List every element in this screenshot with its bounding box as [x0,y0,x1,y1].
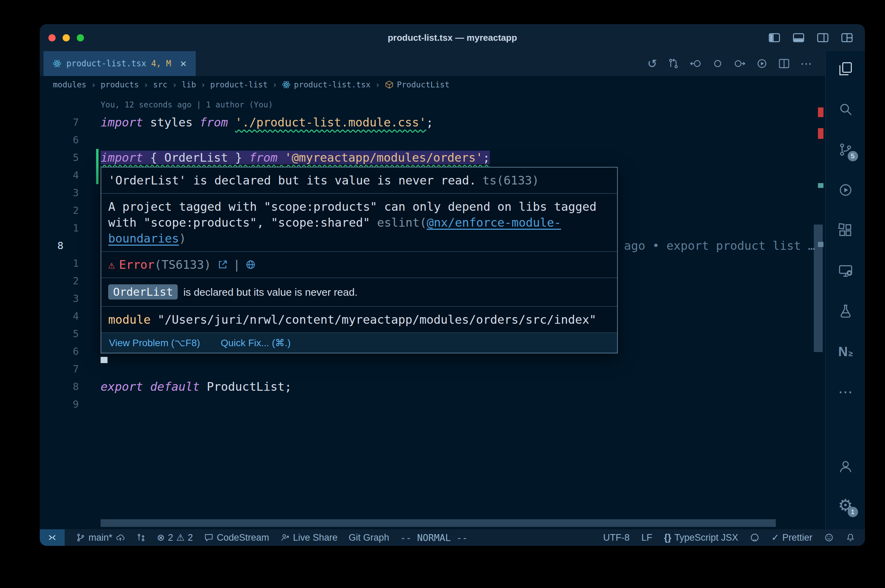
quick-fix-link[interactable]: Quick Fix... (⌘.) [221,337,291,349]
line-number[interactable]: 4 [40,166,95,184]
breadcrumb-modules[interactable]: modules [53,80,86,89]
line-number[interactable]: 9 [40,396,95,413]
toggle-secondary-sidebar-icon[interactable] [817,33,829,43]
breadcrumb-separator: › [172,80,177,90]
run-debug-icon[interactable] [836,181,855,199]
toggle-sidebar-icon[interactable] [768,33,781,43]
tab-product-list[interactable]: product-list.tsx 4, M × [44,51,196,76]
check-icon: ✓ [771,532,779,543]
orderlist-chip: OrderList [108,284,178,300]
line-number[interactable]: 6 [40,131,95,149]
symbol-cube-icon [385,80,394,89]
account-icon[interactable] [836,458,855,476]
notifications-bell-icon[interactable] [846,533,855,542]
line-number[interactable]: 8 [40,378,95,396]
inline-blame-annotation: ago • export product list … [624,237,815,255]
titlebar: product-list.tsx — myreactapp [40,24,865,51]
branch-indicator[interactable]: main* [76,532,125,543]
code-text[interactable]: import styles from './product-list.modul… [95,114,433,131]
code-text[interactable]: import { OrderList } from '@myreactapp/m… [95,149,490,166]
minimize-window-button[interactable] [63,34,70,42]
line-number[interactable]: 7 [40,360,95,378]
view-problem-link[interactable]: View Problem (⌥F8) [109,337,200,349]
react-icon [53,59,62,68]
code-editor[interactable]: You, 12 seconds ago | 1 author (You) 7 i… [40,93,825,529]
open-external-icon[interactable] [217,259,228,270]
breadcrumb-src[interactable]: src [153,80,168,89]
line-number[interactable]: 5 [40,325,95,343]
braces-icon: {} [664,532,672,543]
tab-label: product-list.tsx [66,59,146,68]
prettier-indicator[interactable]: ✓ Prettier [771,532,812,543]
encoding-indicator[interactable]: UTF-8 [603,532,630,543]
line-number[interactable]: 3 [40,184,95,202]
git-compare-icon[interactable] [667,58,679,69]
timeline-icon[interactable]: ↺ [648,58,658,69]
module-path: "/Users/juri/nrwl/content/myreactapp/mod… [158,313,597,327]
remote-explorer-icon[interactable] [836,262,855,280]
current-line-number[interactable]: 8 [40,237,95,255]
search-icon[interactable] [836,100,855,118]
line-number[interactable]: 4 [40,308,95,325]
tab-close-icon[interactable]: × [180,58,187,69]
code-line: 6 [40,131,825,149]
live-share-indicator[interactable]: Live Share [280,532,338,543]
hover-resize-grip [101,357,108,363]
breadcrumb-products[interactable]: products [101,80,139,89]
additional-views-icon[interactable]: ⋯ [836,383,855,401]
git-branch-icon [76,533,86,542]
breadcrumb-product-list[interactable]: product-list [210,80,267,89]
activity-bar-bottom: ⚙ 1 [836,458,855,529]
navigate-forward-icon[interactable] [734,58,746,69]
line-number[interactable]: 7 [40,114,95,131]
code-text[interactable]: export default ProductList; [95,378,292,396]
remote-indicator[interactable] [40,529,65,546]
warning-triangle-icon: ⚠ [108,257,115,273]
breadcrumb-symbol[interactable]: ProductList [385,80,449,89]
share-icon [280,533,290,542]
code-line: 7 [40,360,825,378]
explorer-icon[interactable] [836,60,855,78]
toggle-panel-icon[interactable] [792,33,805,43]
breadcrumb-file[interactable]: product-list.tsx [282,80,371,89]
codestream-indicator[interactable]: CodeStream [204,532,269,543]
line-number[interactable]: 6 [40,343,95,360]
line-number[interactable]: 2 [40,272,95,290]
line-number[interactable]: 2 [40,202,95,219]
editor-group: product-list.tsx 4, M × ↺ ⋯ modules [40,51,825,529]
gutter-change-indicator [96,149,99,184]
editor-actions: ↺ ⋯ [648,51,826,76]
status-bar-left: main* ⊗ 2 ⚠ 2 CodeStream Live Share Gi [40,529,468,546]
vertical-scrollbar[interactable] [814,225,823,352]
split-editor-icon[interactable] [778,58,790,69]
breadcrumb-lib[interactable]: lib [182,80,196,89]
problems-indicator[interactable]: ⊗ 2 ⚠ 2 [157,532,193,543]
testing-icon[interactable] [836,302,855,320]
navigate-back-icon[interactable] [690,58,702,69]
line-number[interactable]: 5 [40,149,95,166]
zoom-window-button[interactable] [77,34,84,42]
more-actions-icon[interactable]: ⋯ [800,58,812,69]
feedback-icon[interactable] [824,533,834,542]
language-indicator[interactable]: {} TypeScript JSX [664,532,738,543]
close-window-button[interactable] [48,34,56,42]
extensions-icon[interactable] [836,222,855,239]
settings-gear-icon[interactable]: ⚙ 1 [836,496,855,514]
nx-console-icon[interactable]: N≥ [836,343,855,361]
run-file-icon[interactable] [756,58,768,69]
line-number[interactable]: 1 [40,219,95,237]
scm-badge: 5 [847,151,858,161]
customize-layout-icon[interactable] [841,33,853,43]
source-control-icon[interactable]: 5 [836,141,855,159]
git-graph-indicator[interactable]: Git Graph [349,532,389,543]
compare-branch-button[interactable] [136,533,146,542]
line-number[interactable]: 1 [40,255,95,272]
globe-icon[interactable] [245,259,256,270]
comment-bubble-icon [204,533,213,542]
record-circle-icon[interactable] [712,58,724,69]
error-hover-tooltip: 'OrderList' is declared but its value is… [101,167,618,353]
eol-indicator[interactable]: LF [641,532,652,543]
github-icon[interactable] [750,533,760,542]
line-number[interactable]: 3 [40,290,95,308]
horizontal-scrollbar[interactable] [101,519,776,527]
